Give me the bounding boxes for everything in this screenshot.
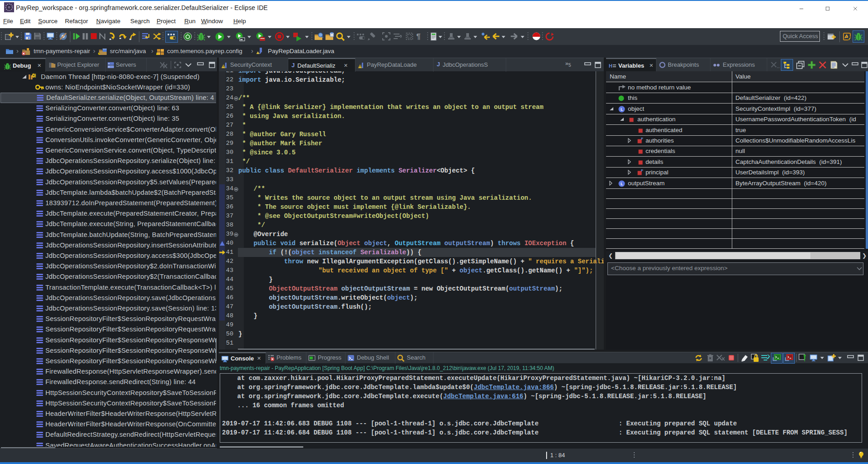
svg-text:H: H [609, 63, 612, 69]
svg-text:F: F [641, 137, 643, 141]
svg-text:L: L [621, 182, 623, 186]
svg-text:L: L [621, 107, 623, 112]
svg-text:F: F [641, 168, 643, 173]
